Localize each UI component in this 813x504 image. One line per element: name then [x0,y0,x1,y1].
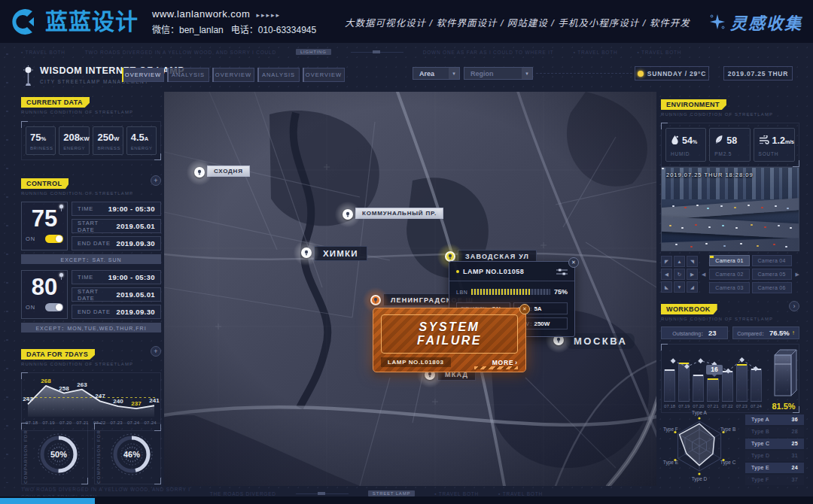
schedule-row-start-date[interactable]: START DATE2019.05.01 [72,219,161,233]
logo[interactable]: 蓝蓝设计 [9,7,139,37]
lamp-marker-white[interactable] [343,209,353,220]
pan-down-right-icon[interactable]: ◢ [687,281,698,293]
workbook-bar[interactable] [678,363,690,402]
brightness-level-box[interactable]: 75ON [21,202,68,250]
expand-chart-button[interactable]: + [151,346,161,357]
camera-button-6[interactable]: Camera 06 [752,282,792,293]
type-row-b[interactable]: Type B28 [745,427,804,437]
pan-down-icon[interactable]: ▼ [674,281,685,293]
lamp-marker-white[interactable] [194,167,205,178]
map-label-коммунальный-пр-[interactable]: КОММУНАЛЬНЫЙ ПР. [355,208,443,219]
city-map[interactable]: СХОДНЯКОММУНАЛЬНЫЙ ПР.ХИМКИЗАВОДСКАЯ УЛЛ… [164,92,656,486]
streetlamp-pin-icon [370,295,381,305]
type-row-a[interactable]: Type A36 [745,414,804,425]
type-row-c[interactable]: Type C25 [745,439,804,449]
comparison-gauge-2[interactable]: COMPARISON FOR46% [94,423,161,484]
stat-briness: 250WBRINESS [93,126,123,155]
camera-feed[interactable]: 2019.07.25 THUR 18:28:09 [661,167,799,251]
schedule-row-time[interactable]: TIME19:00 - 05:30 [72,202,161,216]
chevron-down-icon[interactable]: ▾ [449,68,459,79]
workbook-next-button[interactable]: › [789,301,799,311]
chevron-left-icon[interactable]: ◀ [702,272,705,278]
decor-chip: LIGHTING [296,49,331,55]
lamp-marker-white[interactable] [301,247,312,258]
map-label-химки[interactable]: ХИМКИ [314,246,367,261]
panel-badge: DATA FOR 7DAYS [21,349,95,360]
power-toggle[interactable] [45,235,63,243]
type-radar-chart: Type AType BType CType DType EType F [656,410,742,485]
env-pm25: 58PM2.5 [709,128,750,162]
workbook-bar[interactable] [722,371,733,402]
pan-up-icon[interactable]: ▲ [674,256,685,267]
chevron-down-icon[interactable]: ▾ [522,68,532,79]
tab-overview-3[interactable]: OVERVIEW [212,68,254,82]
panel-radar: Type AType BType CType DType EType F Typ… [656,410,804,485]
decor-slider[interactable] [351,52,403,53]
pan-up-left-icon[interactable]: ◤ [661,256,672,267]
camera-road [661,196,799,220]
type-row-f[interactable]: Type F37 [745,475,804,485]
pan-up-right-icon[interactable]: ◥ [687,256,698,267]
map-label-сходня[interactable]: СХОДНЯ [207,165,250,177]
svg-text:Type F: Type F [663,427,678,433]
pan-down-left-icon[interactable]: ◣ [661,281,672,293]
decor-slider[interactable] [296,493,349,494]
brightness-level-box[interactable]: 80ON [21,270,68,319]
tab-overview-5[interactable]: OVERVIEW [303,68,345,82]
schedule-row-time[interactable]: TIME19:00 - 05:30 [72,270,161,284]
schedule-row-start-date[interactable]: START DATE2019.05.01 [72,287,161,302]
data-point-label: 263 [77,381,87,388]
status-dot [456,270,459,273]
pan-left-icon[interactable]: ◀ [661,269,672,280]
power-toggle[interactable] [45,303,63,311]
workbook-bar[interactable] [751,369,762,402]
add-schedule-button[interactable]: + [151,175,161,186]
refresh-icon[interactable]: ↻ [674,269,685,280]
comparison-gauge-1[interactable]: COMPARISON FOR50% [21,423,88,484]
data-point-label: 258 [59,385,69,392]
workbook-bar[interactable] [736,364,748,402]
lamp-marker-orange[interactable] [370,295,381,305]
dashboard: ▪ TRAVEL BOTH TWO ROADS DIVERGED IN A YE… [0,43,813,496]
area-select[interactable]: Area ▾ [413,67,460,80]
x-tick: 07.24 [751,404,762,408]
camera-button-2[interactable]: Camera 02 [709,269,749,280]
camera-button-4[interactable]: Camera 04 [752,255,792,266]
workbook-bar[interactable] [707,378,718,402]
close-icon[interactable]: ✕ [519,304,530,314]
collect-button[interactable]: 灵感收集 [709,10,802,34]
schedule-row-end-date[interactable]: END DATE2019.09.30 [72,305,161,319]
collect-label: 灵感收集 [730,10,802,34]
tab-analysis-4[interactable]: ANALYSIS [257,68,300,82]
tab-analysis-2[interactable]: ANALYSIS [167,68,209,82]
close-icon[interactable]: ✕ [568,257,579,268]
lbn-progress-bar[interactable] [471,289,550,295]
type-row-d[interactable]: Type D31 [745,451,804,461]
workbook-bar[interactable] [693,375,704,402]
region-select[interactable]: Region ▾ [464,67,533,80]
map-base [164,92,656,486]
svg-text:Type A: Type A [692,410,708,416]
sliders-icon[interactable] [556,269,568,275]
tab-overview-1[interactable]: OVERVIEW [122,68,164,82]
camera-button-5[interactable]: Camera 05 [752,269,792,280]
camera-button-3[interactable]: Camera 03 [709,282,749,293]
schedule-row-end-date[interactable]: END DATE2019.09.30 [72,236,161,250]
workbook-bar[interactable] [664,369,675,402]
lamp-marker-yellow[interactable] [445,251,455,262]
panel-badge: CONTROL [21,178,69,189]
map-label-москва[interactable]: МОСКВА [566,333,635,349]
phone-label: 电话：010-63334945 [231,25,316,35]
camera-button-1[interactable]: Camera 01 [709,255,749,266]
x-tick: 07.22 [722,404,733,408]
more-button[interactable]: MORE› [492,359,518,366]
page: 蓝蓝设计 www.lanlanwork.com▸▸▸▸▸ 微信：ben_lanl… [0,0,813,504]
pan-right-icon[interactable]: ▶ [687,269,698,280]
lbn-label: LBN [456,290,467,295]
type-row-e[interactable]: Type E24 [745,463,804,473]
chevron-right-icon[interactable]: ▶ [796,272,799,278]
chevron-right-icon: › [515,359,518,366]
type-list: Type A36Type B28Type C25Type D31Type E24… [745,414,804,485]
panel-subtitle: RUNNING CONDITION OF STREETLAMP [21,191,133,196]
website-link[interactable]: www.lanlanwork.com [152,8,250,20]
